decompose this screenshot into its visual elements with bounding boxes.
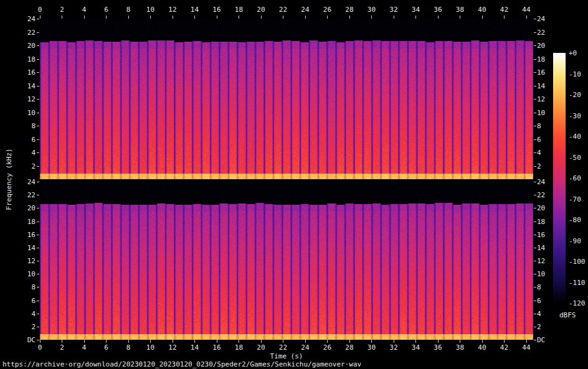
y-tick-label: 10 bbox=[0, 108, 36, 116]
y-tick-label: 16 bbox=[537, 68, 545, 77]
time-axis-label: Time (s) bbox=[270, 352, 303, 360]
axis-tick bbox=[349, 340, 350, 343]
axis-tick bbox=[305, 16, 306, 19]
axis-tick bbox=[438, 340, 439, 343]
axis-tick bbox=[37, 139, 39, 140]
y-tick-label: 8 bbox=[0, 283, 36, 291]
x-tick-label: 34 bbox=[412, 343, 420, 352]
colorbar-unit-label: dBFS bbox=[559, 311, 576, 319]
axis-tick bbox=[37, 248, 39, 248]
axis-tick bbox=[534, 113, 536, 113]
x-tick-label: 40 bbox=[478, 6, 486, 14]
y-tick-label: 4 bbox=[537, 149, 541, 157]
axis-tick bbox=[327, 16, 328, 19]
axis-tick bbox=[84, 16, 85, 19]
colorbar-tick-label: +0 bbox=[569, 49, 577, 57]
x-tick-label: 30 bbox=[368, 6, 376, 14]
axis-tick bbox=[534, 86, 536, 86]
axis-tick bbox=[526, 16, 527, 19]
axis-tick bbox=[534, 19, 536, 19]
y-tick-label: 18 bbox=[537, 217, 545, 225]
x-tick-label: 8 bbox=[126, 343, 131, 352]
y-tick-label: 4 bbox=[0, 149, 36, 157]
axis-tick bbox=[37, 327, 39, 327]
axis-tick bbox=[534, 166, 536, 167]
axis-tick bbox=[534, 182, 536, 182]
axis-tick bbox=[37, 195, 39, 195]
y-tick-label: 12 bbox=[0, 95, 36, 103]
axis-tick bbox=[534, 301, 536, 301]
x-tick-label: 22 bbox=[279, 343, 287, 352]
colorbar-tick-label: -70 bbox=[569, 195, 581, 203]
y-tick-label: 20 bbox=[0, 42, 36, 50]
axis-tick bbox=[37, 222, 39, 222]
x-tick-label: 4 bbox=[82, 343, 87, 352]
axis-tick bbox=[150, 16, 151, 19]
x-tick-label: 26 bbox=[323, 343, 331, 352]
y-tick-label: 24 bbox=[0, 15, 36, 23]
axis-tick bbox=[37, 19, 39, 19]
axis-tick bbox=[37, 86, 39, 86]
axis-tick bbox=[534, 340, 536, 340]
axis-tick bbox=[128, 16, 129, 19]
y-tick-label: 8 bbox=[537, 283, 541, 291]
axis-tick bbox=[534, 139, 536, 140]
y-tick-label: 16 bbox=[0, 68, 36, 77]
y-tick-label: 6 bbox=[0, 135, 36, 143]
axis-tick bbox=[504, 340, 505, 343]
spectrogram-channel-1 bbox=[40, 19, 533, 179]
y-tick-label: 14 bbox=[0, 82, 36, 90]
axis-tick bbox=[482, 340, 483, 343]
axis-tick bbox=[106, 16, 107, 19]
colorbar-tick-label: -10 bbox=[569, 70, 581, 78]
y-tick-label: 12 bbox=[537, 257, 545, 265]
x-tick-label: 6 bbox=[104, 6, 108, 14]
axis-tick bbox=[438, 16, 439, 19]
axis-tick bbox=[534, 152, 536, 153]
axis-tick bbox=[526, 340, 527, 343]
colorbar bbox=[553, 53, 566, 303]
axis-tick bbox=[534, 222, 536, 222]
y-tick-label: 4 bbox=[537, 309, 541, 317]
colorbar-tick-label: -50 bbox=[569, 153, 581, 161]
axis-tick bbox=[394, 340, 394, 343]
x-tick-label: 12 bbox=[168, 6, 176, 14]
y-tick-label: 24 bbox=[537, 178, 545, 186]
spectrogram-channel-2 bbox=[40, 182, 533, 340]
axis-tick bbox=[37, 113, 39, 113]
y-tick-label: 14 bbox=[537, 82, 545, 90]
x-tick-label: 6 bbox=[104, 343, 108, 352]
y-tick-label: 18 bbox=[0, 55, 36, 63]
axis-tick bbox=[37, 261, 39, 261]
axis-tick bbox=[173, 340, 173, 343]
axis-tick bbox=[349, 16, 350, 19]
x-tick-label: 2 bbox=[60, 6, 64, 14]
y-tick-label: 22 bbox=[537, 191, 545, 199]
axis-tick bbox=[37, 208, 39, 208]
axis-tick bbox=[415, 340, 416, 343]
x-tick-label: 12 bbox=[168, 343, 176, 352]
y-tick-label: 6 bbox=[537, 135, 541, 143]
x-tick-label: 28 bbox=[345, 6, 353, 14]
y-tick-label: 6 bbox=[537, 296, 541, 304]
axis-tick bbox=[37, 287, 39, 287]
y-tick-label: 18 bbox=[537, 55, 545, 63]
x-tick-label: 26 bbox=[323, 6, 331, 14]
x-tick-label: 0 bbox=[38, 343, 42, 352]
y-tick-label: 4 bbox=[0, 309, 36, 317]
y-tick-label: DC bbox=[537, 336, 545, 344]
axis-tick bbox=[534, 274, 536, 274]
axis-tick bbox=[305, 340, 306, 343]
axis-tick bbox=[534, 261, 536, 261]
colorbar-tick-label: -90 bbox=[569, 236, 581, 245]
axis-tick bbox=[40, 340, 40, 343]
x-tick-label: 42 bbox=[500, 6, 508, 14]
x-tick-label: 0 bbox=[38, 6, 42, 14]
x-tick-label: 20 bbox=[257, 343, 265, 352]
x-tick-label: 30 bbox=[368, 343, 376, 352]
x-tick-label: 40 bbox=[478, 343, 486, 352]
axis-tick bbox=[415, 16, 416, 19]
colorbar-tick-label: -30 bbox=[569, 111, 581, 119]
axis-tick bbox=[283, 16, 283, 19]
axis-tick bbox=[62, 340, 62, 343]
